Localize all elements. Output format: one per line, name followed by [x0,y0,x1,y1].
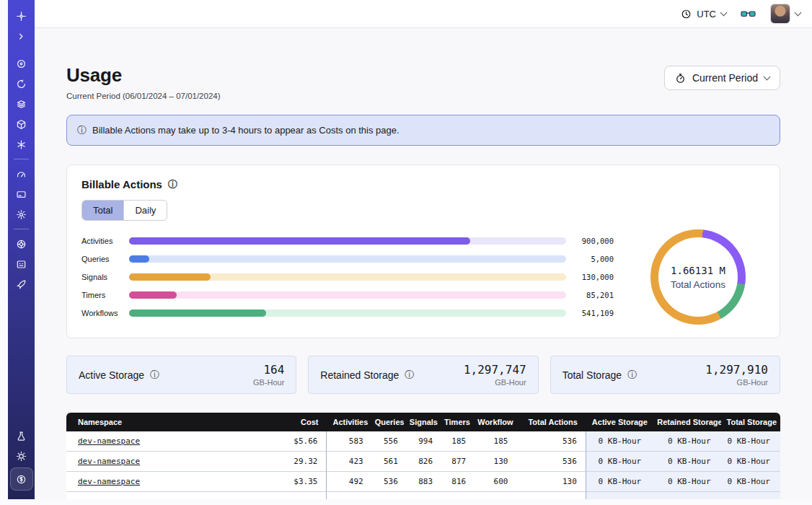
donut-zone: 1.66131 M Total Actions [631,229,765,325]
column-header-cost: Cost [255,413,327,431]
bar-fill [129,255,149,263]
table-header-row: NamespaceCostActivitiesQueriesSignalsTim… [66,413,780,431]
sidebar-item-pricing[interactable] [10,467,33,491]
cell [438,492,472,499]
cell: 0 KB-Hour [721,452,780,472]
bar-row-signals: Signals130,000 [81,268,614,286]
tab-total[interactable]: Total [82,201,124,220]
billing-icon [16,189,27,200]
cell [651,492,720,499]
namespace-link[interactable]: dev-namespace [78,477,140,486]
page-content: Usage Current Period (06/01/2024 – 07/01… [35,28,812,499]
table-row: dev-namespace$3.354925368838166001300 KB… [66,472,780,492]
app-screen: UTC Usage Current Period (06/01/2024 – 0… [0,0,812,505]
column-header-workflows: Workflows [472,413,513,431]
storage-card-value-block: 1,297,910GB-Hour [705,363,768,387]
cell: 185 [472,431,513,452]
cell: 883 [404,472,438,492]
info-icon[interactable]: ⓘ [150,370,159,379]
bar-label: Timers [81,291,129,299]
cell: 0 KB-Hour [651,452,720,472]
info-icon[interactable]: ⓘ [627,370,637,379]
column-header-retained-storage: Retained Storage [651,413,720,431]
sidebar-item-theme-toggle[interactable] [12,447,32,465]
bar-value: 541,109 [566,309,614,317]
sidebar-item-collapse[interactable] [12,27,32,45]
cell [327,492,369,499]
bar-fill [129,273,211,281]
sidebar-item-temporal-logo[interactable] [12,7,32,25]
storage-card-value: 1,297,747 [464,363,526,377]
period-selector-label: Current Period [692,72,758,84]
billable-actions-chart: Activities900,000Queries5,000Signals130,… [81,229,765,325]
bar-track [129,309,566,317]
stopwatch-icon [675,73,686,84]
storage-card-label-text: Total Storage [562,369,622,381]
info-banner: ⓘ Billable Actions may take up to 3-4 ho… [66,115,780,146]
cell [472,492,513,499]
cell: dev-namespace [66,472,255,492]
cell [66,492,255,499]
namespace-link[interactable]: dev-namespace [78,457,140,466]
sidebar-item-settings[interactable] [12,206,32,223]
bar-track [129,255,566,263]
avatar [770,4,790,24]
sidebar-item-labs[interactable] [12,427,32,444]
storage-card-unit: GB-Hour [705,378,768,387]
storage-card-label: Total Storageⓘ [562,369,637,381]
period-selector-button[interactable]: Current Period [664,66,780,90]
schedules-icon [16,79,27,89]
bar-value: 85,201 [566,291,614,299]
sidebar-item-namespaces[interactable] [12,55,32,72]
main-area: UTC Usage Current Period (06/01/2024 – 0… [35,0,812,499]
cell: 0 KB-Hour [586,472,651,492]
billable-actions-title: Billable Actions [81,178,162,190]
storage-card-label: Active Storageⓘ [79,369,159,381]
timezone-label: UTC [697,9,716,19]
glasses-icon[interactable] [741,9,756,19]
storage-card-unit: GB-Hour [464,378,526,387]
total-actions-label: Total Actions [671,279,725,290]
namespace-usage-table: NamespaceCostActivitiesQueriesSignalsTim… [66,413,780,499]
timezone-selector[interactable]: UTC [681,9,726,19]
sidebar-item-usage[interactable] [12,165,32,183]
chevron-down-icon [720,9,728,17]
column-header-signals: Signals [404,413,438,431]
page-title: Usage [66,64,221,87]
sidebar-item-schedules[interactable] [12,75,32,92]
total-daily-tabs: TotalDaily [81,200,167,221]
sidebar-item-getting-started[interactable] [12,276,32,293]
cell: 561 [369,452,404,472]
cell: 826 [404,452,438,472]
sidebar-item-support[interactable] [12,235,32,252]
cell: 994 [404,431,438,452]
sidebar-item-feedback[interactable] [12,255,32,273]
chevron-down-icon [764,74,771,81]
cell: 0 KB-Hour [721,472,780,492]
tab-daily[interactable]: Daily [124,201,167,220]
feedback-icon [16,259,27,270]
theme-toggle-icon [16,451,27,462]
storage-card-label-text: Active Storage [79,369,144,381]
info-icon[interactable]: ⓘ [168,180,177,189]
sidebar-item-nexus[interactable] [12,136,32,153]
namespace-link[interactable]: dev-namespace [78,436,140,446]
cell: 185 [438,431,472,452]
total-actions-donut: 1.66131 M Total Actions [650,229,746,325]
collapse-icon [16,31,27,42]
cell: 600 [472,472,513,492]
namespaces-icon [16,58,27,69]
info-icon[interactable]: ⓘ [405,370,414,379]
user-menu[interactable] [770,4,800,24]
sidebar-item-deployments[interactable] [12,95,32,113]
sidebar-item-workflows[interactable] [12,115,32,133]
bar-track [129,273,566,281]
sidebar [8,0,35,499]
page-subtitle: Current Period (06/01/2024 – 07/01/2024) [66,92,221,100]
sidebar-item-billing[interactable] [12,185,32,203]
cell [255,492,327,499]
storage-card-active-storage: Active Storageⓘ164GB-Hour [66,356,296,394]
sidebar-divider [14,229,29,229]
storage-card-value: 1,297,910 [705,363,768,377]
cell: 556 [369,431,404,452]
